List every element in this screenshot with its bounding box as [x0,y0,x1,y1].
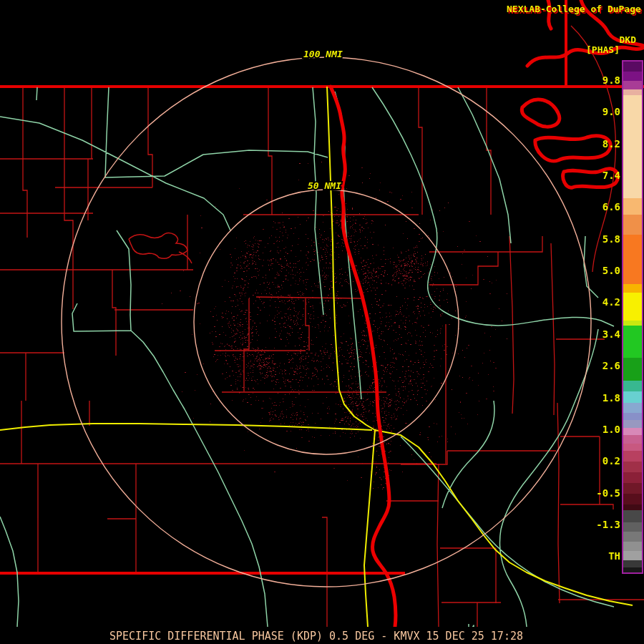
colorbar-segment [623,567,642,572]
product-caption: SPECIFIC DIFFERENTIAL PHASE (KDP) 0.5 DE… [109,630,523,643]
colorbar-tick-label: 7.4 [602,169,620,182]
colorbar-segment [623,560,642,567]
colorbar-tick-label: 5.8 [602,233,620,245]
lake-shoreline-west [129,233,192,263]
colorbar-tick-label: 1.0 [602,423,620,436]
colorbar-segment [623,472,642,483]
colorbar-segment [623,428,642,435]
colorbar-segment [623,95,642,198]
colorbar-segment [623,451,642,462]
colorbar-tick-label: -1.3 [596,518,620,531]
colorbar-segment [623,391,642,403]
colorbar-segment [623,444,642,451]
colorbar-tick-label: 6.6 [602,200,620,213]
credit-label: NEXLAB-College of DuPage [507,4,641,14]
status-bar: SPECIFIC DIFFERENTIAL PHASE (KDP) 0.5 DE… [0,627,644,644]
county-boundaries [0,87,644,627]
inner-ring-label: 50 NMI [308,180,341,191]
units-label: [PHAS] [586,44,620,55]
colorbar-tick-label: 9.0 [602,105,620,118]
colorbar-segment [623,483,642,494]
colorbar-segment [623,462,642,472]
colorbar-segment [623,381,642,391]
colorbar-segment [623,522,642,532]
colorbar-segment [623,215,642,235]
outer-ring-label: 100 NMI [303,49,343,59]
rivers [0,87,614,635]
colorbar-segment [623,510,642,522]
colorbar-tick-label: 2.6 [602,359,620,372]
colorbar-tick-label: 4.2 [602,296,620,308]
colorbar-segment [623,284,642,293]
colorbar-tick-label: 1.8 [602,391,620,404]
colorbar-tick-label: 5.0 [602,264,620,277]
product-code-label: DKD [620,34,636,45]
colorbar-segment [623,89,642,95]
colorbar-segment [623,72,642,81]
red-river [331,87,396,627]
colorbar-segment [623,62,642,72]
colorbar-segment [623,403,642,413]
colorbar-segment [623,420,642,428]
color-scale [622,60,643,574]
colorbar-segment [623,551,642,560]
colorbar-segment [623,198,642,215]
radar-display: 100 NMI 50 NMI NEXLAB-College of DuPage … [0,0,644,644]
colorbar-tick-label: 3.4 [602,328,620,341]
colorbar-segment [623,326,642,358]
colorbar-tick-label: -0.5 [596,487,620,499]
border-lines [0,0,644,573]
colorbar-segment [623,81,642,89]
credit-text: NEXLAB-College of DuPage ↖ [507,4,644,14]
colorbar-segment [623,504,642,510]
range-rings: 100 NMI 50 NMI [62,49,591,587]
base-map: 100 NMI 50 NMI [0,0,644,644]
colorbar-segment [623,293,642,321]
colorbar-segment [623,542,642,551]
colorbar-segment [623,235,642,284]
colorbar-segment [623,358,642,381]
colorbar-tick-label: 9.8 [602,74,620,87]
colorbar-segment [623,321,642,326]
colorbar-segment [623,494,642,504]
colorbar-tick-label: 8.2 [602,137,620,150]
highways [0,87,633,627]
colorbar-segment [623,435,642,444]
colorbar-segment [623,532,642,542]
colorbar-tick-label: 0.2 [602,454,620,467]
colorbar-segment [623,413,642,420]
colorbar-tick-label: TH [608,550,620,562]
